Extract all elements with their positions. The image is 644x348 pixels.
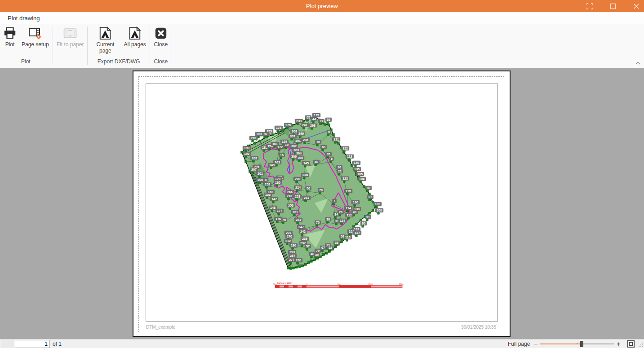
- title-bar: Plot preview: [0, 0, 644, 12]
- svg-text:239: 239: [302, 237, 307, 241]
- fullscreen-icon: [586, 3, 593, 10]
- zoom-in-button[interactable]: +: [617, 340, 620, 348]
- svg-text:95: 95: [362, 221, 365, 225]
- svg-text:44: 44: [312, 117, 316, 121]
- fit-to-paper-icon: [63, 26, 77, 40]
- page-setup-button-label: Page setup: [22, 42, 49, 48]
- svg-text:136: 136: [353, 200, 358, 204]
- svg-text:162: 162: [268, 190, 273, 194]
- group-label-fit: [55, 57, 86, 67]
- svg-text:203: 203: [257, 132, 262, 136]
- svg-text:213: 213: [287, 194, 292, 198]
- svg-text:306: 306: [291, 154, 297, 159]
- svg-text:79: 79: [316, 249, 320, 253]
- fullscreen-button[interactable]: [585, 1, 595, 11]
- collapse-ribbon-button[interactable]: [633, 59, 642, 66]
- svg-text:137: 137: [355, 231, 360, 235]
- svg-text:36: 36: [327, 118, 330, 122]
- ribbon-separator: [172, 26, 172, 65]
- close-box-icon: [154, 26, 168, 40]
- close-preview-button[interactable]: Close: [152, 25, 170, 48]
- svg-text:287: 287: [290, 254, 295, 258]
- svg-text:176: 176: [275, 217, 281, 221]
- svg-text:148: 148: [270, 206, 275, 210]
- export-all-pages-button[interactable]: All pages: [122, 25, 147, 48]
- maximize-icon: [610, 3, 616, 9]
- preview-area[interactable]: 1755544713623324129827517830829930715520…: [0, 68, 644, 339]
- svg-text:207: 207: [251, 167, 257, 172]
- svg-text:50m: 50m: [338, 283, 342, 285]
- window-controls: [585, 0, 641, 12]
- ribbon-separator: [87, 26, 88, 65]
- svg-text:233: 233: [296, 119, 302, 123]
- plot-button-label: Plot: [5, 42, 15, 48]
- window-title: Plot preview: [0, 3, 644, 9]
- ribbon-group-plot: Plot: [0, 25, 52, 67]
- fit-to-paper-button: Fit to paper: [55, 25, 86, 48]
- svg-text:19: 19: [285, 143, 289, 147]
- ribbon-group-close: Close Close: [151, 25, 171, 67]
- dtm-drawing: 1755544713623324129827517830829930715520…: [133, 71, 510, 336]
- svg-text:147: 147: [271, 197, 277, 201]
- group-label-close: Close: [152, 57, 170, 67]
- svg-text:102: 102: [375, 202, 380, 206]
- close-window-button[interactable]: [631, 1, 641, 11]
- svg-text:100: 100: [377, 208, 382, 212]
- svg-text:48: 48: [311, 252, 314, 256]
- svg-text:236: 236: [303, 138, 308, 142]
- resize-grip[interactable]: [638, 341, 644, 347]
- svg-text:40: 40: [315, 160, 318, 164]
- ribbon: Plot: [0, 24, 644, 68]
- svg-text:7: 7: [333, 199, 335, 203]
- svg-text:208: 208: [252, 156, 257, 160]
- svg-text:230: 230: [296, 258, 301, 262]
- export-current-page-button[interactable]: Current page: [89, 25, 121, 54]
- svg-text:67: 67: [321, 246, 325, 250]
- fit-to-paper-button-label: Fit to paper: [57, 42, 84, 48]
- chevron-up-icon: [635, 62, 640, 65]
- svg-text:26: 26: [338, 165, 341, 169]
- svg-text:241: 241: [302, 123, 307, 127]
- svg-text:192: 192: [244, 152, 249, 156]
- svg-text:308: 308: [292, 129, 297, 133]
- svg-text:307: 307: [290, 134, 295, 138]
- svg-text:277: 277: [289, 258, 294, 262]
- zoom-mode-label: Full page: [508, 341, 530, 347]
- svg-text:211: 211: [304, 196, 309, 200]
- maximize-button[interactable]: [608, 1, 618, 11]
- svg-text:201: 201: [258, 172, 263, 176]
- plot-preview-window: Plot preview Plot drawi: [0, 0, 644, 348]
- svg-text:158: 158: [265, 182, 270, 186]
- svg-text:39: 39: [315, 253, 319, 257]
- page-setup-icon: [28, 26, 42, 40]
- printer-icon: [3, 26, 17, 40]
- ribbon-group-export: Current page All pages: [89, 25, 148, 67]
- zoom-slider[interactable]: +: [540, 344, 614, 344]
- dxf-page-icon: [128, 26, 142, 40]
- page-setup-button[interactable]: Page setup: [20, 25, 51, 48]
- svg-text:298: 298: [310, 123, 315, 128]
- fit-page-button[interactable]: [627, 340, 635, 348]
- page-number-input[interactable]: [15, 340, 50, 348]
- svg-text:22: 22: [338, 169, 342, 173]
- svg-text:242: 242: [300, 229, 306, 233]
- page-count-label: of 1: [53, 341, 62, 347]
- zoom-out-button[interactable]: −: [534, 340, 537, 348]
- svg-text:116: 116: [345, 235, 351, 239]
- svg-text:56: 56: [306, 186, 310, 190]
- svg-text:112: 112: [346, 213, 352, 217]
- plot-button[interactable]: Plot: [1, 25, 19, 48]
- dxf-page-icon: [98, 26, 112, 40]
- svg-text:6: 6: [331, 157, 333, 161]
- zoom-slider-thumb[interactable]: [580, 341, 583, 347]
- svg-text:75: 75: [316, 220, 320, 225]
- ribbon-separator: [53, 26, 53, 65]
- svg-text:200: 200: [258, 178, 263, 182]
- svg-text:266: 266: [287, 190, 293, 194]
- svg-text:253: 253: [295, 194, 300, 198]
- svg-text:70: 70: [319, 188, 323, 192]
- svg-text:238: 238: [302, 173, 308, 177]
- svg-text:16: 16: [280, 153, 284, 157]
- svg-text:91: 91: [366, 215, 370, 219]
- svg-text:114: 114: [346, 206, 351, 210]
